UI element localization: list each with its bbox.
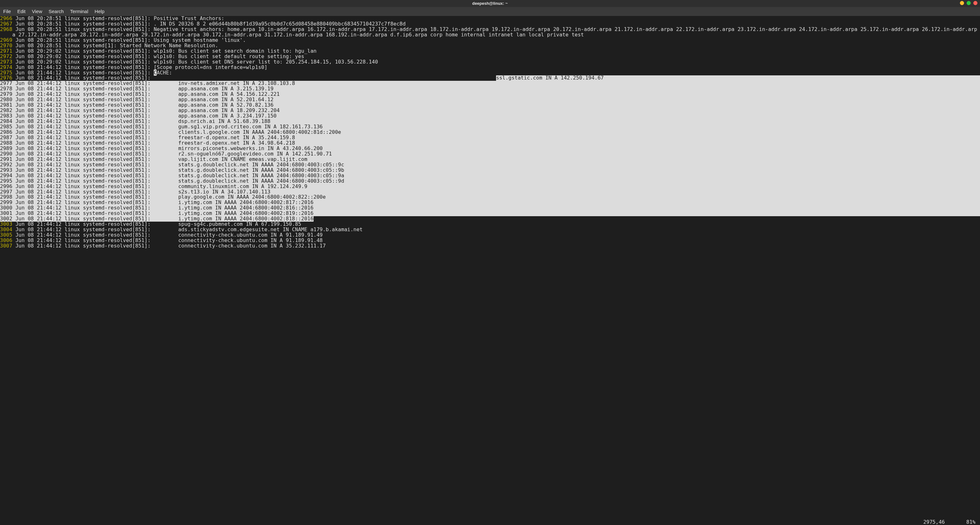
- titlebar: deepesh@linux: ~: [0, 0, 980, 7]
- line-number: 2968: [0, 27, 13, 32]
- log-text: Jun 08 21:44:12 linux systemd-resolved[8…: [13, 184, 980, 189]
- cursor-position: 2975,46: [923, 519, 945, 525]
- menu-file[interactable]: File: [0, 7, 14, 16]
- close-icon[interactable]: [973, 1, 977, 5]
- minimize-icon[interactable]: [960, 1, 964, 5]
- line-number: 2995: [0, 179, 13, 184]
- menubar: File Edit View Search Terminal Help: [0, 7, 980, 16]
- log-text: Jun 08 20:28:51 linux systemd-resolved[8…: [13, 27, 980, 38]
- log-text: Jun 08 21:44:12 linux systemd-resolved[8…: [13, 179, 980, 184]
- line-number: 2996: [0, 184, 13, 189]
- menu-edit[interactable]: Edit: [14, 7, 29, 16]
- menu-help[interactable]: Help: [92, 7, 108, 16]
- maximize-icon[interactable]: [967, 1, 971, 5]
- log-line: 2968 Jun 08 20:28:51 linux systemd-resol…: [0, 27, 980, 38]
- status-bar: 2975,46 81%: [916, 514, 977, 525]
- log-line: 2974 Jun 08 21:44:12 linux systemd-resol…: [0, 65, 980, 70]
- line-number: 3007: [0, 243, 13, 249]
- log-line: 3007 Jun 08 21:44:12 linux systemd-resol…: [0, 243, 980, 249]
- window-controls: [960, 1, 977, 5]
- log-line: 2996 Jun 08 21:44:12 linux systemd-resol…: [0, 184, 980, 189]
- log-text: Jun 08 21:44:12 linux systemd-resolved[8…: [13, 65, 980, 70]
- log-text: Jun 08 21:44:12 linux systemd-resolved[8…: [13, 243, 980, 249]
- scroll-percent: 81%: [966, 519, 975, 525]
- menu-terminal[interactable]: Terminal: [67, 7, 92, 16]
- log-line: 2995 Jun 08 21:44:12 linux systemd-resol…: [0, 179, 980, 184]
- dns-record: ssl.gstatic.com IN A 142.250.194.67: [496, 75, 980, 81]
- menu-view[interactable]: View: [29, 7, 45, 16]
- terminal-viewport[interactable]: 2966 Jun 08 20:28:51 linux systemd-resol…: [0, 16, 980, 525]
- window-title: deepesh@linux: ~: [472, 1, 508, 6]
- menu-search[interactable]: Search: [45, 7, 67, 16]
- line-number: 2974: [0, 65, 13, 70]
